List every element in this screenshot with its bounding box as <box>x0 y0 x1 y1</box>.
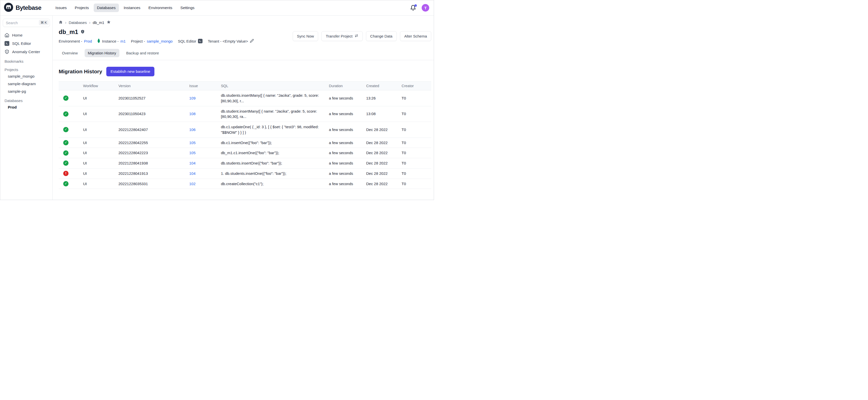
page-title-row: db_m1 <box>59 28 254 35</box>
issue-link[interactable]: 102 <box>189 182 195 186</box>
sidebar-section-bookmarks: Bookmarks <box>2 57 51 64</box>
cell-status: ✓ <box>59 106 81 122</box>
col-issue: Issue <box>187 82 219 90</box>
nav-settings[interactable]: Settings <box>177 3 198 12</box>
cell-duration: a few seconds <box>327 122 364 138</box>
table-row[interactable]: ! UI 20221228041913 104 1. db.students.i… <box>59 168 431 179</box>
tab-overview[interactable]: Overview <box>59 49 81 57</box>
cell-workflow: UI <box>81 106 117 122</box>
breadcrumb: › Databases › db_m1 <box>59 20 431 25</box>
breadcrumb-separator: › <box>65 21 66 25</box>
issue-link[interactable]: 104 <box>189 171 195 176</box>
nav-issues[interactable]: Issues <box>52 3 70 12</box>
issue-link[interactable]: 109 <box>189 96 195 100</box>
sidebar-item-sample-pg[interactable]: sample-pg <box>2 88 51 95</box>
cell-creator: T0 <box>400 158 431 168</box>
issue-link[interactable]: 105 <box>189 141 195 145</box>
breadcrumb-databases[interactable]: Databases <box>69 21 87 25</box>
col-status <box>59 82 81 90</box>
cell-creator: T0 <box>400 90 431 106</box>
edit-tenant-pencil-icon[interactable] <box>250 39 254 43</box>
table-row[interactable]: ✓ UI 2023011050423 108 db.student.insert… <box>59 106 431 122</box>
table-row[interactable]: ✓ UI 20221228042223 105 db_m1.c1.insertO… <box>59 148 431 158</box>
nav-environments[interactable]: Environments <box>145 3 176 12</box>
instance-label: Instance - <box>102 39 119 43</box>
migration-history-table: Workflow Version Issue SQL Duration Crea… <box>59 81 431 189</box>
status-error-icon: ! <box>63 171 68 176</box>
shield-exclamation-icon <box>4 50 9 54</box>
cell-creator: T0 <box>400 122 431 138</box>
instance-link[interactable]: m1 <box>120 39 126 43</box>
bookmark-star-icon[interactable] <box>106 20 111 25</box>
sql-editor-label: SQL Editor <box>178 39 196 43</box>
table-row[interactable]: ✓ UI 2023011052527 109 db.students.inser… <box>59 90 431 106</box>
col-created: Created <box>364 82 400 90</box>
table-row[interactable]: ✓ UI 20221228041938 104 db.students.inse… <box>59 158 431 168</box>
cell-version: 2023011052527 <box>116 90 187 106</box>
notification-dot <box>414 4 417 7</box>
sidebar-item-sample-diagram[interactable]: sample-diagram <box>2 80 51 88</box>
tab-migration-history[interactable]: Migration History <box>85 49 120 57</box>
cell-issue: 106 <box>187 122 219 138</box>
swap-arrows-icon <box>354 34 359 38</box>
issue-link[interactable]: 108 <box>189 112 195 116</box>
table-row[interactable]: ✓ UI 20221228042255 105 db.c1.insertOne(… <box>59 137 431 148</box>
cell-created: Dec 28 2022 <box>364 168 400 179</box>
sync-now-button[interactable]: Sync Now <box>293 31 318 41</box>
sidebar-item-prod[interactable]: Prod <box>2 103 51 111</box>
notification-bell-icon[interactable] <box>410 5 416 11</box>
tab-backup-and-restore[interactable]: Backup and restore <box>123 49 162 57</box>
sidebar-item-sql-editor[interactable]: SQL Editor <box>2 39 51 48</box>
sidebar-item-sample-mongo[interactable]: sample_mongo <box>2 72 51 80</box>
cell-created: Dec 28 2022 <box>364 122 400 138</box>
shield-alert-icon <box>80 28 85 35</box>
sidebar-item-home[interactable]: Home <box>2 31 51 39</box>
avatar[interactable]: T <box>422 4 429 11</box>
sidebar-item-anomaly-center[interactable]: Anomaly Center <box>2 48 51 56</box>
cell-issue: 108 <box>187 106 219 122</box>
cell-sql: db.students.insertMany([ { name: "Jacika… <box>219 90 327 106</box>
cell-created: Dec 28 2022 <box>364 179 400 189</box>
cell-workflow: UI <box>81 179 117 189</box>
table-row[interactable]: ✓ UI 20221228042407 106 db.c1.updateOne(… <box>59 122 431 138</box>
cell-issue: 102 <box>187 179 219 189</box>
cell-duration: a few seconds <box>327 148 364 158</box>
cell-issue: 104 <box>187 158 219 168</box>
cell-version: 2023011050423 <box>116 106 187 122</box>
search-shortcut-badge: ⌘ K <box>39 20 49 25</box>
cell-version: 20221228042407 <box>116 122 187 138</box>
alter-schema-button[interactable]: Alter Schema <box>400 31 431 41</box>
nav-instances[interactable]: Instances <box>120 3 144 12</box>
issue-link[interactable]: 104 <box>189 161 195 165</box>
table-row[interactable]: ✓ UI 20221228035331 102 db.createCollect… <box>59 179 431 189</box>
tab-bar: Overview Migration History Backup and re… <box>53 49 434 60</box>
cell-version: 20221228042255 <box>116 137 187 148</box>
sql-editor-link-icon[interactable] <box>198 39 203 43</box>
issue-link[interactable]: 106 <box>189 127 195 132</box>
cell-status: ✓ <box>59 137 81 148</box>
cell-sql: db.c1.insertOne({"foo": "bar"}); <box>219 137 327 148</box>
establish-baseline-button[interactable]: Establish new baseline <box>106 67 155 76</box>
status-success-icon: ✓ <box>63 95 68 101</box>
database-meta-row: Environment - Prod Instance - m1 Project… <box>59 38 254 44</box>
status-success-icon: ✓ <box>63 150 68 156</box>
cell-created: Dec 28 2022 <box>364 137 400 148</box>
content-area: › Databases › db_m1 db_m1 <box>53 16 434 200</box>
cell-creator: T0 <box>400 168 431 179</box>
sidebar-item-label: Anomaly Center <box>12 50 40 54</box>
home-icon <box>4 33 9 37</box>
project-link[interactable]: sample_mongo <box>147 39 173 43</box>
cell-issue: 105 <box>187 148 219 158</box>
nav-projects[interactable]: Projects <box>71 3 92 12</box>
page-title: db_m1 <box>59 28 78 35</box>
issue-link[interactable]: 105 <box>189 151 195 155</box>
top-nav: Issues Projects Databases Instances Envi… <box>52 3 198 12</box>
bytebase-logo[interactable]: Bytebase <box>4 2 52 13</box>
transfer-project-button[interactable]: Transfer Project <box>321 31 363 41</box>
environment-link[interactable]: Prod <box>84 39 92 43</box>
nav-databases[interactable]: Databases <box>94 3 119 12</box>
change-data-button[interactable]: Change Data <box>366 31 397 41</box>
breadcrumb-home-icon[interactable] <box>59 20 63 25</box>
cell-sql: 1. db.students.insertOne({"foo": "bar"})… <box>219 168 327 179</box>
tenant-label: Tenant - <Empty Value> <box>208 39 248 43</box>
